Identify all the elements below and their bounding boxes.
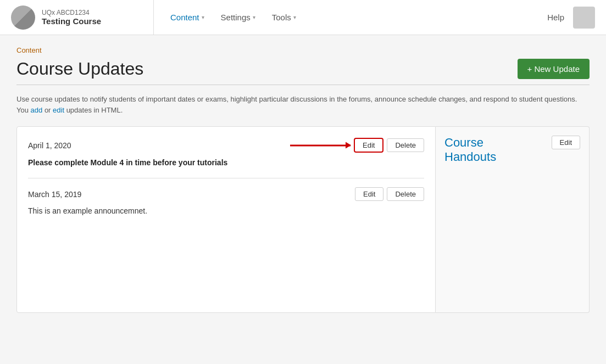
header-user-info: UQx ABCD1234 Testing Course	[42, 9, 101, 26]
delete-button-1[interactable]: Delete	[387, 138, 424, 152]
update-item-2: March 15, 2019 Edit Delete This is an ex…	[28, 187, 424, 215]
update-date-1: April 1, 2020	[28, 141, 71, 150]
update-date-2: March 15, 2019	[28, 190, 81, 199]
update-item-1: April 1, 2020 Edit	[28, 138, 424, 167]
user-avatar-right	[573, 7, 595, 29]
update-actions-1: Edit Delete	[354, 138, 424, 153]
red-arrow	[290, 144, 351, 146]
delete-button-2[interactable]: Delete	[387, 187, 424, 201]
handouts-header: CourseHandouts Edit	[444, 136, 580, 165]
header-left: UQx ABCD1234 Testing Course	[11, 0, 154, 35]
nav-content[interactable]: Content ▾	[170, 13, 204, 22]
header: UQx ABCD1234 Testing Course Content ▾ Se…	[0, 0, 606, 35]
app-wrapper: UQx ABCD1234 Testing Course Content ▾ Se…	[0, 0, 606, 324]
update-content-1: Please complete Module 4 in time before …	[28, 158, 424, 167]
handouts-title: CourseHandouts	[444, 136, 496, 165]
tools-chevron-icon: ▾	[293, 14, 296, 20]
edit-button-1[interactable]: Edit	[354, 138, 383, 153]
user-id: UQx ABCD1234	[42, 9, 101, 16]
description-text: Use course updates to notify students of…	[16, 94, 590, 115]
update-separator	[28, 178, 424, 178]
avatar	[11, 5, 35, 30]
nav-tools[interactable]: Tools ▾	[272, 13, 296, 22]
arrow-line	[290, 144, 351, 146]
header-nav: Content ▾ Settings ▾ Tools ▾	[154, 13, 547, 22]
header-divider	[16, 85, 590, 85]
settings-chevron-icon: ▾	[253, 14, 255, 20]
help-link[interactable]: Help	[547, 13, 564, 22]
course-name: Testing Course	[42, 16, 101, 26]
header-right: Help	[547, 7, 595, 29]
new-update-button[interactable]: + New Update	[518, 59, 590, 79]
update-actions-2: Edit Delete	[355, 187, 424, 201]
handouts-panel: CourseHandouts Edit	[436, 126, 590, 313]
nav-settings[interactable]: Settings ▾	[221, 13, 255, 22]
page-title: Course Updates	[16, 59, 143, 79]
breadcrumb: Content	[16, 46, 590, 54]
main-content: Content Course Updates + New Update Use …	[0, 35, 606, 324]
arrow-head	[346, 142, 351, 149]
update-header-1: April 1, 2020 Edit	[28, 138, 424, 153]
edit-button-2[interactable]: Edit	[355, 187, 383, 201]
add-link[interactable]: add	[31, 106, 43, 114]
edit-link[interactable]: edit	[53, 106, 64, 114]
handouts-edit-button[interactable]: Edit	[552, 136, 580, 149]
content-chevron-icon: ▾	[202, 14, 204, 20]
content-area: April 1, 2020 Edit	[16, 126, 590, 313]
page-header: Course Updates + New Update	[16, 59, 590, 79]
updates-panel: April 1, 2020 Edit	[16, 126, 436, 313]
arrow-annotation: Edit	[354, 138, 383, 153]
update-content-2: This is an example announcemnet.	[28, 206, 424, 215]
update-header-2: March 15, 2019 Edit Delete	[28, 187, 424, 201]
